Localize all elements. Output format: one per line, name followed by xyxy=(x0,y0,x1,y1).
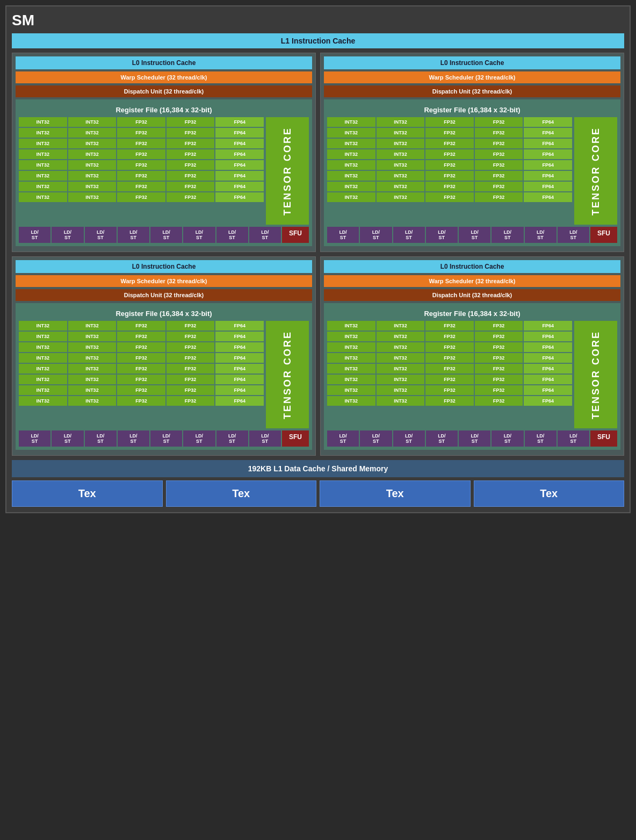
int32-cell: INT32 xyxy=(377,364,425,374)
int32-cell: INT32 xyxy=(377,192,425,202)
ld-st-cell: LD/ST xyxy=(558,227,589,243)
int32-cell: INT32 xyxy=(327,182,375,191)
q2-register-file-area: Register File (16,384 x 32-bit) INT32 IN… xyxy=(16,303,312,450)
int32-cell: INT32 xyxy=(68,321,117,331)
int32-cell: INT32 xyxy=(68,364,117,374)
int32-cell: INT32 xyxy=(327,332,375,341)
int32-cell: INT32 xyxy=(19,385,67,395)
int32-cell: INT32 xyxy=(377,160,425,170)
table-row: INT32 INT32 FP32 FP32 FP64 xyxy=(19,353,264,363)
int32-cell: INT32 xyxy=(19,128,67,138)
fp32-cell: FP32 xyxy=(117,364,165,374)
fp32-cell: FP32 xyxy=(475,182,523,191)
q0-ld-st-row: LD/ST LD/ST LD/ST LD/ST LD/ST LD/ST LD/S… xyxy=(19,227,309,243)
int32-cell: INT32 xyxy=(377,321,425,331)
q1-cores-grid: INT32 INT32 FP32 FP32 FP64 INT32 INT32 F… xyxy=(327,117,572,225)
fp32-cell: FP32 xyxy=(425,364,474,374)
fp32-cell: FP32 xyxy=(167,160,215,170)
int32-cell: INT32 xyxy=(19,139,67,148)
fp32-cell: FP32 xyxy=(425,192,474,202)
ld-st-cell: LD/ST xyxy=(249,430,281,447)
fp32-cell: FP32 xyxy=(475,139,523,148)
fp32-cell: FP32 xyxy=(167,139,215,148)
int32-cell: INT32 xyxy=(19,321,67,331)
q0-register-file-label: Register File (16,384 x 32-bit) xyxy=(19,103,309,117)
q3-warp-scheduler: Warp Scheduler (32 thread/clk) xyxy=(324,275,620,287)
fp64-cell: FP64 xyxy=(524,364,572,374)
int32-cell: INT32 xyxy=(377,182,425,191)
fp32-cell: FP32 xyxy=(475,396,523,406)
fp32-cell: FP32 xyxy=(167,128,215,138)
table-row: INT32 INT32 FP32 FP32 FP64 xyxy=(19,117,264,127)
int32-cell: INT32 xyxy=(377,139,425,148)
fp32-cell: FP32 xyxy=(475,353,523,363)
int32-cell: INT32 xyxy=(19,182,67,191)
table-row: INT32 INT32 FP32 FP32 FP64 xyxy=(327,128,572,138)
fp64-cell: FP64 xyxy=(215,128,264,138)
bottom-quadrants: L0 Instruction Cache Warp Scheduler (32 … xyxy=(12,256,624,456)
fp32-cell: FP32 xyxy=(425,375,474,384)
fp32-cell: FP32 xyxy=(167,182,215,191)
int32-cell: INT32 xyxy=(68,139,117,148)
table-row: INT32 INT32 FP32 FP32 FP64 xyxy=(327,375,572,384)
q1-ld-st-row: LD/ST LD/ST LD/ST LD/ST LD/ST LD/ST LD/S… xyxy=(327,227,617,243)
fp32-cell: FP32 xyxy=(475,342,523,352)
ld-st-cell: LD/ST xyxy=(558,430,589,447)
top-quadrants: L0 Instruction Cache Warp Scheduler (32 … xyxy=(12,53,624,252)
int32-cell: INT32 xyxy=(19,171,67,181)
int32-cell: INT32 xyxy=(68,182,117,191)
int32-cell: INT32 xyxy=(327,117,375,127)
int32-cell: INT32 xyxy=(327,171,375,181)
int32-cell: INT32 xyxy=(327,385,375,395)
q2-l0-cache: L0 Instruction Cache xyxy=(16,260,312,273)
fp32-cell: FP32 xyxy=(167,332,215,341)
q1-register-file-label: Register File (16,384 x 32-bit) xyxy=(327,103,617,117)
ld-st-cell: LD/ST xyxy=(52,430,83,447)
int32-cell: INT32 xyxy=(19,192,67,202)
fp32-cell: FP32 xyxy=(117,149,165,159)
table-row: INT32 INT32 FP32 FP32 FP64 xyxy=(19,364,264,374)
fp64-cell: FP64 xyxy=(524,385,572,395)
fp32-cell: FP32 xyxy=(117,128,165,138)
ld-st-cell: LD/ST xyxy=(360,227,392,243)
quadrant-2: L0 Instruction Cache Warp Scheduler (32 … xyxy=(12,256,316,456)
int32-cell: INT32 xyxy=(377,353,425,363)
q2-cores-tensor-row: INT32 INT32 FP32 FP32 FP64 INT32 INT32 F… xyxy=(19,321,309,428)
fp64-cell: FP64 xyxy=(524,139,572,148)
fp64-cell: FP64 xyxy=(215,171,264,181)
fp64-cell: FP64 xyxy=(215,149,264,159)
fp64-cell: FP64 xyxy=(215,396,264,406)
table-row: INT32 INT32 FP32 FP32 FP64 xyxy=(327,332,572,341)
table-row: INT32 INT32 FP32 FP32 FP64 xyxy=(327,342,572,352)
table-row: INT32 INT32 FP32 FP32 FP64 xyxy=(327,192,572,202)
int32-cell: INT32 xyxy=(377,332,425,341)
int32-cell: INT32 xyxy=(327,364,375,374)
q1-cores-tensor-row: INT32 INT32 FP32 FP32 FP64 INT32 INT32 F… xyxy=(327,117,617,225)
fp32-cell: FP32 xyxy=(425,182,474,191)
ld-st-cell: LD/ST xyxy=(426,227,458,243)
fp64-cell: FP64 xyxy=(215,332,264,341)
ld-st-cell: LD/ST xyxy=(183,430,215,447)
fp32-cell: FP32 xyxy=(475,364,523,374)
fp32-cell: FP32 xyxy=(167,385,215,395)
ld-st-cell: LD/ST xyxy=(183,227,215,243)
table-row: INT32 INT32 FP32 FP32 FP64 xyxy=(327,364,572,374)
fp32-cell: FP32 xyxy=(167,321,215,331)
fp32-cell: FP32 xyxy=(425,396,474,406)
tex-cell-2: Tex xyxy=(320,480,471,507)
q2-warp-scheduler: Warp Scheduler (32 thread/clk) xyxy=(16,275,312,287)
fp32-cell: FP32 xyxy=(167,117,215,127)
int32-cell: INT32 xyxy=(327,353,375,363)
quadrant-0: L0 Instruction Cache Warp Scheduler (32 … xyxy=(12,53,316,252)
fp32-cell: FP32 xyxy=(117,385,165,395)
q0-dispatch-unit: Dispatch Unit (32 thread/clk) xyxy=(16,85,312,97)
int32-cell: INT32 xyxy=(19,160,67,170)
table-row: INT32 INT32 FP32 FP32 FP64 xyxy=(19,375,264,384)
int32-cell: INT32 xyxy=(68,117,117,127)
int32-cell: INT32 xyxy=(327,192,375,202)
int32-cell: INT32 xyxy=(68,353,117,363)
sm-title: SM xyxy=(12,12,624,29)
fp32-cell: FP32 xyxy=(117,396,165,406)
fp32-cell: FP32 xyxy=(425,128,474,138)
ld-st-cell: LD/ST xyxy=(216,227,248,243)
